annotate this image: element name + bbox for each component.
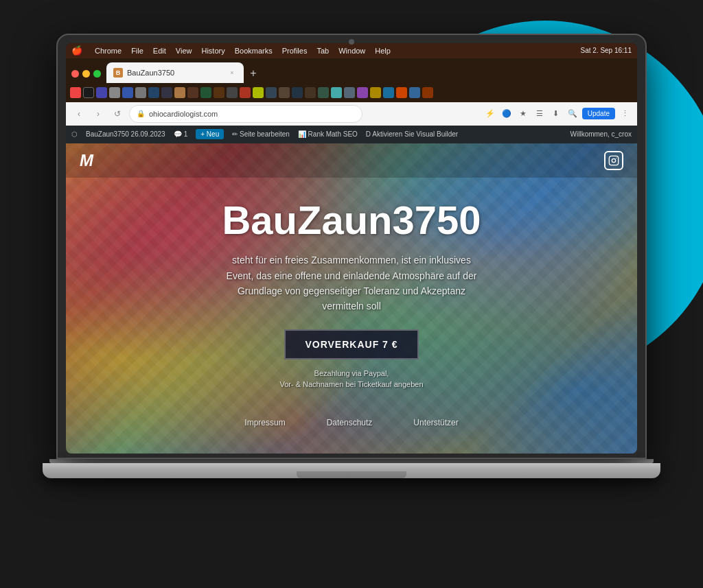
site-logo: M bbox=[80, 151, 93, 170]
ext-icon-13[interactable] bbox=[227, 87, 238, 98]
ext-icon-28[interactable] bbox=[422, 87, 433, 98]
menu-profiles[interactable]: Profiles bbox=[282, 47, 308, 55]
laptop-base bbox=[43, 463, 660, 478]
tab-favicon: B bbox=[113, 68, 123, 78]
laptop-mockup: 🍎 Chrome File Edit View History Bookmark… bbox=[49, 34, 654, 555]
cta-button[interactable]: VORVERKAUF 7 € bbox=[284, 329, 418, 360]
camera-dot bbox=[349, 39, 354, 45]
url-input[interactable]: 🔒 ohiocardiologist.com bbox=[129, 105, 362, 123]
menu-edit[interactable]: Edit bbox=[153, 47, 166, 55]
toolbar-icon-3[interactable]: ★ bbox=[516, 107, 530, 121]
ext-icon-12[interactable] bbox=[214, 87, 224, 98]
website-content: M BauZaun3750 steht für ein freies Zusam… bbox=[66, 143, 637, 454]
tab-title: BauZaun3750 bbox=[127, 69, 174, 77]
ext-icon-25[interactable] bbox=[383, 87, 394, 98]
active-tab[interactable]: B BauZaun3750 × bbox=[106, 62, 244, 83]
hero-section: BauZaun3750 steht für ein freies Zusamme… bbox=[66, 178, 637, 404]
menu-button[interactable]: ⋮ bbox=[618, 107, 632, 121]
ext-icon-23[interactable] bbox=[357, 87, 368, 98]
ext-icon-21[interactable] bbox=[331, 87, 342, 98]
ext-icon-8[interactable] bbox=[161, 87, 172, 98]
traffic-lights bbox=[71, 70, 101, 83]
toolbar-icon-6[interactable]: 🔍 bbox=[566, 107, 579, 121]
toolbar-icons: ⚡ 🔵 ★ ☰ ⬇ 🔍 Update ⋮ bbox=[367, 107, 632, 121]
wp-seo[interactable]: 📊 Rank Math SEO bbox=[298, 130, 358, 138]
browser-screen: 🍎 Chrome File Edit View History Bookmark… bbox=[66, 43, 637, 454]
menu-bar-right: Sat 2. Sep 16:11 bbox=[580, 47, 632, 54]
payment-info: Bezahlung via Paypal, Vor- & Nachnamen b… bbox=[279, 368, 423, 390]
address-bar: ‹ › ↺ 🔒 ohiocardiologist.com ⚡ 🔵 ★ ☰ ⬇ 🔍… bbox=[66, 102, 637, 126]
wp-builder[interactable]: D Aktivieren Sie Visual Builder bbox=[366, 130, 458, 138]
ext-icon-14[interactable] bbox=[240, 87, 251, 98]
traffic-light-yellow[interactable] bbox=[82, 70, 90, 78]
hero-title: BauZaun3750 bbox=[222, 198, 481, 242]
footer-link-impressum[interactable]: Impressum bbox=[244, 418, 285, 427]
payment-line2: Vor- & Nachnamen bei Ticketkauf angeben bbox=[279, 379, 423, 390]
menu-tab[interactable]: Tab bbox=[316, 47, 329, 55]
hero-subtitle: steht für ein freies Zusammenkommen, ist… bbox=[221, 252, 482, 314]
menu-help[interactable]: Help bbox=[375, 47, 391, 55]
apple-menu[interactable]: 🍎 bbox=[71, 45, 82, 56]
menu-chrome[interactable]: Chrome bbox=[95, 47, 122, 55]
wp-comments-count: 1 bbox=[184, 130, 188, 138]
wp-new-button[interactable]: + Neu bbox=[196, 129, 224, 139]
ext-icon-6[interactable] bbox=[135, 87, 146, 98]
wp-edit-page[interactable]: ✏ Seite bearbeiten bbox=[232, 130, 290, 138]
ext-icon-4[interactable] bbox=[109, 87, 120, 98]
menu-bookmarks[interactable]: Bookmarks bbox=[235, 47, 273, 55]
ext-icon-24[interactable] bbox=[370, 87, 381, 98]
new-tab-button[interactable]: + bbox=[244, 64, 263, 83]
ext-icon-27[interactable] bbox=[409, 87, 420, 98]
ext-icon-11[interactable] bbox=[200, 87, 211, 98]
macos-menu-bar: 🍎 Chrome File Edit View History Bookmark… bbox=[66, 43, 637, 58]
ext-icon-7[interactable] bbox=[148, 87, 159, 98]
ext-icon-15[interactable] bbox=[253, 87, 264, 98]
ext-icon-1[interactable] bbox=[70, 87, 81, 98]
ext-icon-26[interactable] bbox=[396, 87, 407, 98]
traffic-light-green[interactable] bbox=[93, 70, 101, 78]
wp-comments-icon: 💬 bbox=[174, 130, 182, 138]
toolbar-icon-5[interactable]: ⬇ bbox=[549, 107, 563, 121]
ext-icon-19[interactable] bbox=[305, 87, 316, 98]
instagram-icon[interactable] bbox=[604, 151, 623, 170]
svg-point-1 bbox=[612, 158, 615, 162]
svg-point-2 bbox=[616, 157, 616, 158]
screen-bezel: 🍎 Chrome File Edit View History Bookmark… bbox=[56, 34, 647, 459]
wp-welcome: Willkommen, c_crox bbox=[571, 130, 632, 138]
menu-window[interactable]: Window bbox=[338, 47, 365, 55]
traffic-light-red[interactable] bbox=[71, 70, 79, 78]
ext-icon-2[interactable] bbox=[83, 87, 94, 98]
ext-icon-22[interactable] bbox=[344, 87, 355, 98]
laptop-hinge bbox=[49, 459, 654, 463]
forward-button[interactable]: › bbox=[91, 106, 106, 121]
toolbar-icon-1[interactable]: ⚡ bbox=[483, 107, 497, 121]
menu-bar-datetime: Sat 2. Sep 16:11 bbox=[580, 47, 632, 54]
ext-icon-5[interactable] bbox=[122, 87, 133, 98]
wp-site-name[interactable]: BauZaun3750 26.09.2023 bbox=[86, 130, 165, 138]
refresh-button[interactable]: ↺ bbox=[110, 106, 125, 121]
ext-icon-10[interactable] bbox=[187, 87, 198, 98]
extensions-bar bbox=[66, 83, 637, 102]
tab-close-button[interactable]: × bbox=[227, 68, 237, 78]
wp-comments[interactable]: 💬 1 bbox=[174, 130, 188, 138]
update-button[interactable]: Update bbox=[582, 108, 615, 119]
ext-icon-18[interactable] bbox=[292, 87, 303, 98]
svg-rect-0 bbox=[609, 156, 618, 165]
ext-icon-20[interactable] bbox=[318, 87, 329, 98]
menu-history[interactable]: History bbox=[201, 47, 224, 55]
ext-icon-3[interactable] bbox=[96, 87, 107, 98]
toolbar-icon-4[interactable]: ☰ bbox=[533, 107, 546, 121]
url-text: ohiocardiologist.com bbox=[149, 110, 218, 118]
menu-view[interactable]: View bbox=[176, 47, 192, 55]
toolbar-icon-2[interactable]: 🔵 bbox=[500, 107, 514, 121]
footer-link-datenschutz[interactable]: Datenschutz bbox=[327, 418, 373, 427]
ext-icon-16[interactable] bbox=[266, 87, 277, 98]
ext-icon-17[interactable] bbox=[279, 87, 290, 98]
wp-admin-toolbar: ⬡ BauZaun3750 26.09.2023 💬 1 + Neu ✏ Sei… bbox=[66, 126, 637, 143]
ext-icon-9[interactable] bbox=[174, 87, 185, 98]
tab-bar: B BauZaun3750 × + bbox=[66, 58, 637, 83]
back-button[interactable]: ‹ bbox=[71, 106, 87, 121]
menu-file[interactable]: File bbox=[131, 47, 143, 55]
payment-line1: Bezahlung via Paypal, bbox=[279, 368, 423, 379]
footer-link-unterstuetzer[interactable]: Unterstützer bbox=[413, 418, 458, 427]
